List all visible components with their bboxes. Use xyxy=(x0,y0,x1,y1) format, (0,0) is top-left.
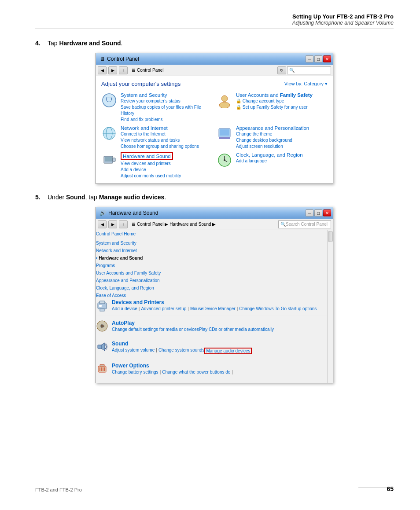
cp-hardware-title[interactable]: Hardware and Sound xyxy=(121,152,173,160)
hw-devices-content: Devices and Printers Add a device | Adva… xyxy=(112,299,317,312)
cp-appearance-links: Change the theme Change desktop backgrou… xyxy=(236,131,309,150)
hw-section-devices: Devices and Printers Add a device | Adva… xyxy=(96,299,333,316)
hardware-sound-window: 🔊 Hardware and Sound ─ □ ✕ ◀ ▶ ↑ 🖥 Contr… xyxy=(96,207,333,383)
hw-close-button[interactable]: ✕ xyxy=(323,209,331,216)
hw-devices-title[interactable]: Devices and Printers xyxy=(112,299,317,305)
cp-addressbar: ◀ ▶ ↑ 🖥 Control Panel ↻ 🔍 xyxy=(96,65,333,76)
cp-system-link-1[interactable]: Review your computer's status xyxy=(121,98,212,104)
cp-system-link-2[interactable]: Save backup copies of your files with Fi… xyxy=(121,104,212,117)
hw-sound-title[interactable]: Sound xyxy=(112,341,252,347)
cp-category-hardware: Hardware and Sound View devices and prin… xyxy=(101,152,212,179)
back-button[interactable]: ◀ xyxy=(98,66,107,74)
header-subtitle: Adjusting Microphone and Speaker Volume xyxy=(35,20,394,26)
hw-sound-sep-1: | xyxy=(156,348,157,354)
hw-minimize-button[interactable]: ─ xyxy=(306,209,313,216)
hw-power-links: Change battery settings | Change what th… xyxy=(112,370,234,374)
hw-sep-2: | xyxy=(188,306,189,312)
svg-rect-8 xyxy=(220,129,229,136)
hw-device-manager-link[interactable]: Device Manager xyxy=(203,306,236,312)
hw-power-buttons-link[interactable]: Change what the power buttons do xyxy=(162,370,230,374)
cp-user-content: User Accounts and Family Safety 🔒 Change… xyxy=(236,92,313,110)
hw-manage-audio-link[interactable]: Manage audio devices xyxy=(204,348,252,354)
minimize-button[interactable]: ─ xyxy=(306,55,313,62)
cp-appearance-link-3[interactable]: Adjust screen resolution xyxy=(236,143,309,150)
hw-search-box[interactable]: 🔍 Search Control Panel xyxy=(278,220,331,228)
hw-titlebar-text: Hardware and Sound xyxy=(108,210,158,216)
step5-number: 5. xyxy=(35,194,48,201)
svg-rect-27 xyxy=(98,366,106,372)
hw-windows-to-go-link[interactable]: Change Windows To Go startup options xyxy=(239,306,317,312)
svg-rect-32 xyxy=(100,364,104,367)
hw-mouse-link[interactable]: Mouse xyxy=(190,306,203,312)
cp-titlebar: 🖥 Control Panel ─ □ ✕ xyxy=(96,53,333,65)
cp-appearance-link-1[interactable]: Change the theme xyxy=(236,131,309,137)
cp-appearance-content: Appearance and Personalization Change th… xyxy=(236,125,309,150)
hw-power-sep-2: | xyxy=(232,370,233,374)
hw-autoplay-link-2[interactable]: Play CDs or other media automatically xyxy=(199,327,274,332)
cp-user-links: 🔒 Change account type 🔒 Set up Family Sa… xyxy=(236,98,313,110)
cp-clock-title[interactable]: Clock, Language, and Region xyxy=(236,152,303,158)
svg-rect-20 xyxy=(99,305,102,307)
sidebar-system-security[interactable]: System and Security xyxy=(96,239,333,247)
step4-line: 4. Tap Hardware and Sound. xyxy=(35,40,394,47)
sidebar-user-accounts[interactable]: User Accounts and Family Safety xyxy=(96,269,333,277)
sidebar-hardware-sound[interactable]: Hardware and Sound xyxy=(96,254,333,262)
cp-network-link-2[interactable]: View network status and tasks xyxy=(121,137,199,143)
hw-maximize-button[interactable]: □ xyxy=(314,209,322,216)
hw-scrollbar[interactable] xyxy=(327,230,333,383)
system-security-icon: 🛡 xyxy=(101,92,117,108)
cp-clock-link-1[interactable]: Add a language xyxy=(236,158,303,164)
hw-advanced-printer-link[interactable]: Advanced printer setup xyxy=(141,306,186,312)
page-header: Setting Up Your FTB-2 and FTB-2 Pro Adju… xyxy=(35,13,394,26)
sidebar-network-internet[interactable]: Network and Internet xyxy=(96,247,333,254)
hw-autoplay-title[interactable]: AutoPlay xyxy=(112,320,274,326)
close-button[interactable]: ✕ xyxy=(323,55,331,62)
appearance-icon xyxy=(217,125,232,141)
hw-forward-button[interactable]: ▶ xyxy=(108,220,117,228)
hw-window-controls: ─ □ ✕ xyxy=(306,209,331,216)
hw-power-title[interactable]: Power Options xyxy=(112,363,234,369)
sidebar-programs[interactable]: Programs xyxy=(96,262,333,269)
cp-user-link-2[interactable]: 🔒 Set up Family Safety for any user xyxy=(236,104,313,110)
hw-battery-link[interactable]: Change battery settings xyxy=(112,370,158,374)
cp-system-link-3[interactable]: Find and fix problems xyxy=(121,117,212,123)
cp-user-title[interactable]: User Accounts and Family Safety xyxy=(236,92,313,98)
forward-button[interactable]: ▶ xyxy=(108,66,117,74)
cp-appearance-link-2[interactable]: Change desktop background xyxy=(236,137,309,143)
cp-hardware-link-1[interactable]: View devices and printers xyxy=(121,161,181,167)
cp-clock-links: Add a language xyxy=(236,158,303,164)
maximize-button[interactable]: □ xyxy=(314,55,322,62)
cp-address-path: Control Panel xyxy=(137,68,164,73)
cp-system-title[interactable]: System and Security xyxy=(121,92,212,98)
control-panel-window: 🖥 Control Panel ─ □ ✕ ◀ ▶ ↑ 🖥 Control Pa… xyxy=(96,53,333,184)
scrollbar-thumb[interactable] xyxy=(328,231,333,242)
cp-user-link-1[interactable]: 🔒 Change account type xyxy=(236,98,313,104)
hw-address-path: Control Panel ▶ Hardware and Sound ▶ xyxy=(137,222,216,227)
hw-adjust-volume-link[interactable]: Adjust system volume xyxy=(112,348,155,354)
sidebar-ease-of-access[interactable]: Ease of Access xyxy=(96,292,333,299)
cp-network-links: Connect to the Internet View network sta… xyxy=(121,131,199,150)
cp-viewby[interactable]: View by: Category ▾ xyxy=(284,81,328,87)
hw-add-device-link[interactable]: Add a device xyxy=(112,306,137,312)
header-divider xyxy=(35,29,394,29)
cp-search-box[interactable]: 🔍 xyxy=(287,66,331,74)
refresh-button[interactable]: ↻ xyxy=(277,66,286,74)
hw-system-sounds-link[interactable]: Change system sounds xyxy=(158,348,205,354)
hw-content-area: Control Panel Home System and Security N… xyxy=(96,230,333,383)
cp-hardware-link-3[interactable]: Adjust commonly used mobility xyxy=(121,173,181,179)
cp-appearance-title[interactable]: Appearance and Personalization xyxy=(236,125,309,131)
footer-left-text: FTB-2 and FTB-2 Pro xyxy=(35,487,82,492)
network-icon xyxy=(101,125,117,141)
hw-up-button[interactable]: ↑ xyxy=(119,220,128,228)
hw-back-button[interactable]: ◀ xyxy=(98,220,107,228)
cp-network-title[interactable]: Network and Internet xyxy=(121,125,199,131)
cp-network-link-1[interactable]: Connect to the Internet xyxy=(121,131,199,137)
sidebar-clock[interactable]: Clock, Language, and Region xyxy=(96,284,333,292)
hw-autoplay-link-1[interactable]: Change default settings for media or dev… xyxy=(112,327,199,332)
sidebar-appearance[interactable]: Appearance and Personalization xyxy=(96,277,333,284)
cp-hardware-link-2[interactable]: Add a device xyxy=(121,167,181,173)
cp-network-link-3[interactable]: Choose homegroup and sharing options xyxy=(121,143,199,150)
up-button[interactable]: ↑ xyxy=(119,66,128,74)
sidebar-control-panel-home[interactable]: Control Panel Home xyxy=(96,230,333,238)
step5-line: 5. Under Sound, tap Manage audio devices… xyxy=(35,194,394,201)
